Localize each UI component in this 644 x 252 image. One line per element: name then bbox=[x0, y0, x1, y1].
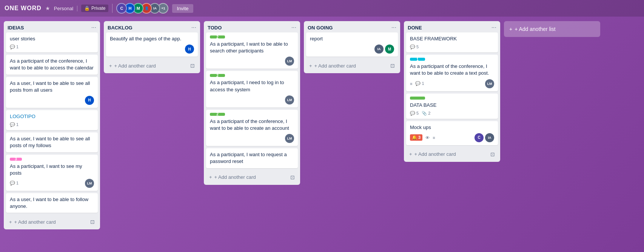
card-avatars: LM bbox=[485, 79, 494, 88]
list-ideias-menu-icon[interactable]: ··· bbox=[91, 24, 96, 31]
card-login[interactable]: 2 As a participant, I need to log in to … bbox=[206, 71, 298, 107]
card-create-account-title: As a participant of the conference, I wa… bbox=[210, 118, 294, 132]
board: IDEIAS ··· user stories 💬 1 As a partici… bbox=[0, 17, 644, 252]
card-base-framework[interactable]: BASE FRAMEWORK 💬 5 bbox=[406, 32, 498, 52]
card-mockups-footer: 🔔 3 👁 ≡ C IA bbox=[410, 133, 494, 142]
add-card-button-todo[interactable]: + + Add another card ⊡ bbox=[206, 172, 298, 183]
card-text-post[interactable]: 1 As a participant of the conference, I … bbox=[406, 55, 498, 91]
card-avatars: H bbox=[185, 45, 194, 54]
list-done: DONE ··· BASE FRAMEWORK 💬 5 1 As a parti… bbox=[404, 21, 500, 162]
card-text-post-footer: ≡ 💬 1 LM bbox=[410, 79, 494, 88]
card-conference-calendar-title: As a participant of the conference, I wa… bbox=[10, 58, 94, 71]
card-all-posts-follows[interactable]: As a user, I want to be able to see all … bbox=[6, 132, 98, 152]
card-avatars: LM bbox=[85, 179, 94, 188]
card-follow-anyone-title: As a user, I want to be able to follow a… bbox=[10, 196, 94, 210]
avatar-ia: IA bbox=[374, 45, 384, 54]
card-user-stories[interactable]: user stories 💬 1 bbox=[6, 32, 98, 52]
app-title: ONE WORD bbox=[5, 5, 42, 12]
list-ongoing-footer: + + Add another card ⊡ bbox=[304, 59, 400, 73]
header: ONE WORD ★ Personal 🔒 Private C H M 👤 IA… bbox=[0, 0, 644, 17]
card-conference-calendar[interactable]: As a participant of the conference, I wa… bbox=[6, 55, 98, 74]
add-list-button[interactable]: + + Add another list bbox=[504, 21, 600, 37]
card-base-framework-footer: 💬 5 bbox=[410, 45, 494, 49]
card-text-post-title: As a participant of the conference, I wa… bbox=[410, 63, 494, 77]
list-backlog-menu-icon[interactable]: ··· bbox=[191, 24, 196, 31]
bell-badge: 🔔 3 bbox=[410, 134, 422, 141]
avatar-h: H bbox=[85, 96, 94, 105]
list-ideias: IDEIAS ··· user stories 💬 1 As a partici… bbox=[4, 21, 100, 229]
plus-icon: + bbox=[109, 63, 112, 69]
list-ideias-header: IDEIAS ··· bbox=[4, 21, 100, 32]
card-logotipo-footer: 💬 1 bbox=[10, 122, 94, 127]
archive-icon: ⊡ bbox=[90, 219, 95, 225]
card-avatars: H bbox=[85, 96, 94, 105]
card-create-account[interactable]: 2 As a participant of the conference, I … bbox=[206, 110, 298, 146]
archive-icon: ⊡ bbox=[390, 63, 395, 69]
list-done-menu-icon[interactable]: ··· bbox=[491, 24, 496, 31]
card-see-my-posts[interactable]: 3 As a participant, I want to see my pos… bbox=[6, 155, 98, 191]
lock-icon: 🔒 bbox=[84, 6, 90, 11]
list-ongoing-cards: report IA M bbox=[304, 32, 400, 59]
card-label-green-2: 2 bbox=[210, 74, 225, 77]
add-card-button-backlog[interactable]: + + Add another card ⊡ bbox=[106, 60, 198, 71]
avatar-lm: LM bbox=[485, 79, 494, 88]
archive-icon: ⊡ bbox=[190, 63, 195, 69]
card-beautify[interactable]: Beautify all the pages of the app. H bbox=[106, 32, 198, 57]
card-meta: 💬 5 📎 2 bbox=[410, 111, 430, 116]
card-meta: 🔔 3 👁 ≡ bbox=[410, 134, 435, 141]
avatar-c: C bbox=[475, 133, 484, 142]
card-database[interactable]: DATA BASE 💬 5 📎 2 bbox=[406, 94, 498, 119]
list-ongoing-title: ON GOING bbox=[308, 25, 333, 31]
checklist-icon: ≡ bbox=[433, 135, 435, 140]
card-base-framework-title: BASE FRAMEWORK bbox=[410, 35, 494, 42]
add-card-button-done[interactable]: + + Add another card ⊡ bbox=[406, 149, 498, 160]
star-icon[interactable]: ★ bbox=[45, 5, 50, 11]
list-ideias-cards: user stories 💬 1 As a participant of the… bbox=[4, 32, 100, 215]
list-todo-cards: 2 As a participant, I want to be able to… bbox=[204, 32, 300, 171]
card-all-posts-users[interactable]: As a user, I want to be able to see all … bbox=[6, 77, 98, 108]
plus-icon: + bbox=[309, 63, 312, 69]
card-report-footer: IA M bbox=[310, 45, 394, 54]
avatar-lm: LM bbox=[285, 57, 294, 66]
comment-count: 💬 5 bbox=[410, 45, 419, 49]
card-search-footer: LM bbox=[210, 57, 294, 66]
privacy-badge[interactable]: 🔒 Private bbox=[81, 5, 108, 12]
card-password-reset[interactable]: As a participant, I want to request a pa… bbox=[206, 148, 298, 168]
card-logotipo[interactable]: LOGOTIPO 💬 1 bbox=[6, 110, 98, 130]
avatar-lm: LM bbox=[285, 134, 294, 143]
card-mockups[interactable]: Mock ups 🔔 3 👁 ≡ C IA bbox=[406, 121, 498, 145]
list-done-cards: BASE FRAMEWORK 💬 5 1 As a participant of… bbox=[404, 32, 500, 148]
list-todo-menu-icon[interactable]: ··· bbox=[291, 24, 296, 31]
card-search-participants[interactable]: 2 As a participant, I want to be able to… bbox=[206, 32, 298, 69]
card-label-green-db bbox=[410, 97, 425, 100]
card-label-pink: 3 bbox=[10, 158, 22, 161]
list-done-title: DONE bbox=[408, 25, 422, 31]
list-ongoing-header: ON GOING ··· bbox=[304, 21, 400, 32]
list-backlog-cards: Beautify all the pages of the app. H bbox=[104, 32, 200, 59]
card-avatars: LM bbox=[285, 134, 294, 143]
add-card-button-ideias[interactable]: + + Add another card ⊡ bbox=[6, 217, 98, 227]
archive-icon: ⊡ bbox=[490, 151, 495, 157]
card-avatars: LM bbox=[285, 95, 294, 104]
card-avatars: IA M bbox=[374, 45, 394, 54]
board-type: Personal bbox=[54, 6, 77, 11]
avatar-c[interactable]: C bbox=[116, 3, 127, 14]
checklist-icon: ≡ bbox=[410, 81, 412, 86]
list-ideias-footer: + + Add another card ⊡ bbox=[4, 215, 100, 229]
list-backlog-header: BACKLOG ··· bbox=[104, 21, 200, 32]
card-search-participants-title: As a participant, I want to be able to s… bbox=[210, 41, 294, 54]
list-done-header: DONE ··· bbox=[404, 21, 500, 32]
comment-count: 💬 1 bbox=[10, 181, 18, 186]
invite-button[interactable]: Invite bbox=[172, 4, 193, 13]
card-password-reset-title: As a participant, I want to request a pa… bbox=[210, 151, 294, 165]
card-follow-anyone[interactable]: As a user, I want to be able to follow a… bbox=[6, 193, 98, 213]
card-all-posts-footer: H bbox=[10, 96, 94, 105]
comment-count: 💬 1 bbox=[10, 122, 18, 127]
card-label-green-3: 2 bbox=[210, 113, 225, 116]
list-ongoing-menu-icon[interactable]: ··· bbox=[391, 24, 396, 31]
header-avatars: C H M 👤 IA +1 bbox=[116, 3, 168, 14]
card-report[interactable]: report IA M bbox=[306, 32, 398, 57]
card-create-account-footer: LM bbox=[210, 134, 294, 143]
add-card-button-ongoing[interactable]: + + Add another card ⊡ bbox=[306, 60, 398, 71]
plus-icon: + bbox=[409, 151, 412, 157]
